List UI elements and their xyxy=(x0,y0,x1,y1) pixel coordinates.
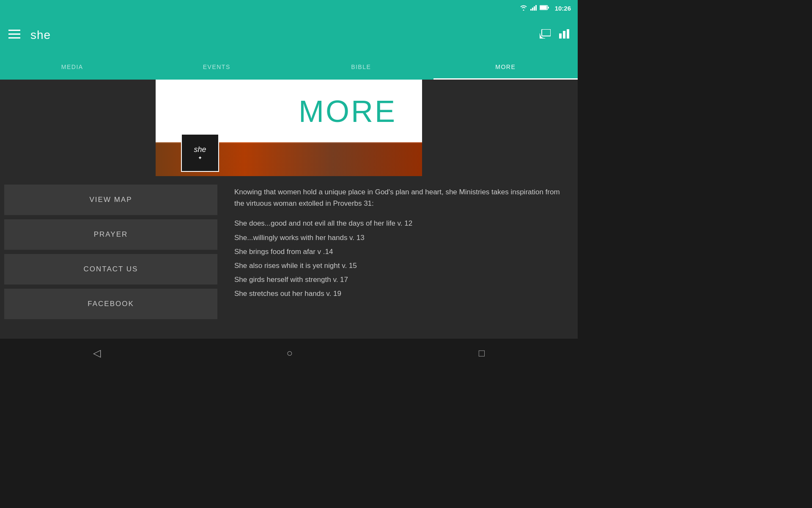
status-icons: 10:26 xyxy=(519,5,571,12)
bar-chart-icon[interactable] xyxy=(559,29,569,41)
tab-bar: MEDIA EVENTS BIBLE MORE xyxy=(0,54,578,80)
prayer-button[interactable]: PRAYER xyxy=(4,219,217,250)
app-bar: she xyxy=(0,16,578,54)
svg-rect-14 xyxy=(567,29,569,39)
svg-rect-5 xyxy=(548,7,549,8)
verse-4: She also rises while it is yet night v. … xyxy=(234,260,565,271)
svg-rect-8 xyxy=(8,33,20,35)
svg-rect-13 xyxy=(563,31,565,39)
banner-more-text: MORE xyxy=(299,94,397,129)
description-paragraph: Knowing that women hold a unique place i… xyxy=(234,186,565,209)
verses-list: She does...good and not evil all the day… xyxy=(234,218,565,299)
tab-bible[interactable]: BIBLE xyxy=(289,54,433,80)
app-title: she xyxy=(30,28,540,42)
bottom-nav: ◁ ○ □ xyxy=(0,339,578,367)
battery-icon xyxy=(540,5,549,11)
tab-events[interactable]: EVENTS xyxy=(145,54,289,80)
tab-more[interactable]: MORE xyxy=(433,54,578,80)
right-content: Knowing that women hold a unique place i… xyxy=(222,176,578,339)
svg-rect-2 xyxy=(534,6,535,11)
verse-3: She brings food from afar v .14 xyxy=(234,246,565,257)
svg-rect-12 xyxy=(559,33,562,39)
verse-5: She girds herself with strength v. 17 xyxy=(234,274,565,285)
contact-us-button[interactable]: CONTACT US xyxy=(4,254,217,284)
tab-media[interactable]: MEDIA xyxy=(0,54,145,80)
svg-rect-1 xyxy=(532,8,533,11)
she-logo-text: she xyxy=(194,145,206,154)
left-menu: VIEW MAP PRAYER CONTACT US FACEBOOK xyxy=(0,176,222,339)
svg-rect-9 xyxy=(8,37,20,39)
svg-rect-3 xyxy=(535,5,537,11)
verse-1: She does...good and not evil all the day… xyxy=(234,218,565,229)
status-time: 10:26 xyxy=(555,5,571,12)
main-content: MORE she ✦ VIEW MAP PRAYER CONTACT US FA… xyxy=(0,80,578,339)
she-logo-ornament: ✦ xyxy=(198,155,202,161)
two-col-layout: VIEW MAP PRAYER CONTACT US FACEBOOK Know… xyxy=(0,176,578,339)
view-map-button[interactable]: VIEW MAP xyxy=(4,185,217,215)
verse-2: She...willingly works with her hands v. … xyxy=(234,232,565,243)
svg-rect-6 xyxy=(540,6,547,9)
recent-apps-button[interactable]: □ xyxy=(466,343,498,363)
verse-6: She stretches out her hands v. 19 xyxy=(234,288,565,299)
svg-rect-7 xyxy=(8,30,20,31)
hamburger-icon[interactable] xyxy=(8,29,20,42)
facebook-button[interactable]: FACEBOOK xyxy=(4,289,217,319)
home-button[interactable]: ○ xyxy=(274,343,305,363)
svg-rect-0 xyxy=(530,9,532,11)
status-bar: 10:26 xyxy=(0,0,578,16)
she-logo: she ✦ xyxy=(181,134,219,172)
cast-icon[interactable] xyxy=(540,29,551,41)
wifi-icon xyxy=(519,5,528,12)
banner: MORE she ✦ xyxy=(156,80,422,176)
svg-rect-10 xyxy=(542,29,551,36)
svg-rect-11 xyxy=(540,38,541,39)
app-bar-actions xyxy=(540,29,569,41)
signal-icon xyxy=(530,5,537,12)
back-button[interactable]: ◁ xyxy=(80,343,113,363)
